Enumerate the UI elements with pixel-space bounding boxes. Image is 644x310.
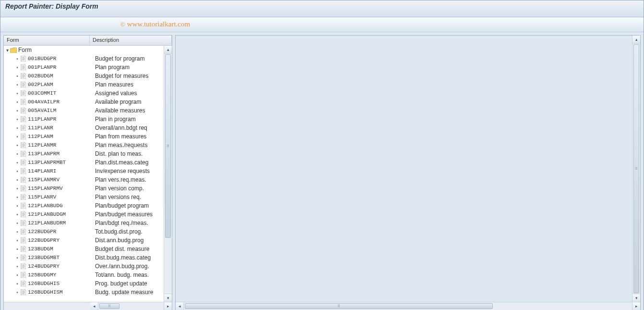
bullet-icon: • [15,82,19,87]
item-description: Plan meas./requests [95,142,164,149]
hscroll-spacer [4,302,90,310]
item-form: 111PLANPR [28,116,95,122]
app-window: Report Painter: Display Form © www.tutor… [0,0,644,310]
tree-item[interactable]: •121PLANBUDRMPlan/bdgt req./meas. [4,219,164,227]
scroll-down-button[interactable]: ▾ [164,294,172,302]
item-form: 114PLANRI [28,168,95,174]
scroll-down-button[interactable]: ▾ [632,294,640,302]
tree-item[interactable]: •112PLANMRPlan meas./requests [4,141,164,149]
document-icon [19,108,27,113]
item-description: Plan version comp. [95,185,164,192]
bullet-icon: • [15,273,19,278]
tree-item[interactable]: •002PLANMPlan measures [4,80,164,89]
item-description: Overall/ann.bdgt req [95,124,164,131]
hscroll-track[interactable]: ⠿ [98,302,164,310]
bullet-icon: • [15,195,19,200]
tree-item[interactable]: •111PLANPRPlan in program [4,115,164,124]
item-description: Plan.dist.meas.categ [95,159,164,166]
document-icon [19,263,27,269]
item-description: Tot.budg.dist.prog. [95,228,164,235]
hscroll-track[interactable]: ⠿ [184,302,632,310]
tree-root[interactable]: ▾ Form [4,46,164,54]
scroll-right-button[interactable]: ▸ [164,302,172,310]
tree-item[interactable]: •001PLANPRPlan program [4,63,164,72]
tree-panel: Form Description ▾ Form [3,35,172,310]
bullet-icon: • [15,151,19,157]
tree-item[interactable]: •126BUDGHISMBudg. update measure [4,288,164,297]
splitter: Form Description ▾ Form [3,35,641,310]
item-description: Prog. budget update [95,280,164,287]
item-form: 126BUDGHISM [28,289,95,295]
tree-item[interactable]: •121PLANBUDGMPlan/budget measures [4,210,164,219]
item-description: Inv/expense requests [95,168,164,174]
tree-scroll[interactable]: ▾ Form •001BUDGPRBudget for program•001P… [4,46,164,302]
column-description[interactable]: Description [90,36,172,45]
item-form: 002PLANM [28,82,95,87]
bullet-icon: • [15,160,19,165]
item-form: 003COMMIT [28,90,95,96]
scroll-right-button[interactable]: ▸ [632,302,640,310]
item-form: 004AVAILPR [28,99,95,105]
item-description: Plan/budget program [95,202,164,209]
tree-horizontal-scrollbar[interactable]: ◂ ⠿ ▸ [4,302,172,310]
bullet-icon: • [15,125,19,131]
bullet-icon: • [15,281,19,286]
tree-item[interactable]: •004AVAILPRAvailable program [4,98,164,106]
hscroll-thumb[interactable]: ⠿ [185,303,493,309]
right-pane: ▴ ⠿ ▾ ◂ ⠿ ▸ [175,35,641,310]
tree-item[interactable]: •115PLANPRMVPlan version comp. [4,184,164,193]
tree-item[interactable]: •005AVAILMAvailable measures [4,106,164,115]
document-icon [19,142,27,148]
tree-item[interactable]: •125BUDGMYTot/ann. budg. meas. [4,271,164,279]
tree-item[interactable]: •123BUDGMBTDist.budg.meas.categ [4,253,164,262]
item-description: Dist.budg.meas.categ [95,254,164,261]
scroll-left-button[interactable]: ◂ [90,302,98,310]
expand-icon[interactable]: ▾ [5,48,10,53]
scroll-thumb[interactable]: ⠿ [633,44,639,293]
document-icon [19,90,27,96]
tree-item[interactable]: •122BUDGPRYDist.ann.budg.prog [4,236,164,245]
tree-item[interactable]: •113PLANPRMDist. plan to meas. [4,149,164,158]
column-form[interactable]: Form [4,36,90,45]
tree-item[interactable]: •126BUDGHISProg. budget update [4,279,164,288]
item-description: Available program [95,99,164,105]
work-area: Form Description ▾ Form [0,32,644,310]
tree-item[interactable]: •121PLANBUDGPlan/budget program [4,201,164,210]
tree-item[interactable]: •003COMMITAssigned values [4,89,164,98]
content-vertical-scrollbar[interactable]: ▴ ⠿ ▾ [632,36,640,302]
bullet-icon: • [15,99,19,105]
bullet-icon: • [15,247,19,252]
copyright-symbol: © [120,21,125,28]
document-icon [19,194,27,200]
tree-item[interactable]: •122BUDGPRTot.budg.dist.prog. [4,227,164,236]
tree-vertical-scrollbar[interactable]: ▴ ⠿ ▾ [164,46,172,302]
bullet-icon: • [15,264,19,269]
window-title: Report Painter: Display Form [5,2,98,10]
item-form: 125BUDGMY [28,272,95,278]
tree-item[interactable]: •001BUDGPRBudget for program [4,54,164,63]
item-description: Over./ann.budg.prog. [95,263,164,270]
content-horizontal-scrollbar[interactable]: ◂ ⠿ ▸ [176,302,640,310]
hscroll-thumb[interactable]: ⠿ [99,303,119,309]
tree-item[interactable]: •114PLANRIInv/expense requests [4,167,164,175]
document-icon [19,272,27,278]
item-description: Plan vers.req.meas. [95,176,164,183]
item-form: 123BUDGM [28,246,95,252]
tree-item[interactable]: •111PLANROverall/ann.bdgt req [4,124,164,132]
tree-item[interactable]: •124BUDGPRYOver./ann.budg.prog. [4,262,164,271]
scroll-left-button[interactable]: ◂ [176,302,184,310]
scroll-up-button[interactable]: ▴ [164,46,172,54]
bullet-icon: • [15,143,19,148]
scroll-up-button[interactable]: ▴ [632,36,640,44]
tree-item[interactable]: •123BUDGMBudget dist. measure [4,245,164,253]
folder-icon [10,48,17,53]
item-description: Plan from measures [95,133,164,140]
tree-item[interactable]: •113PLANPRMBTPlan.dist.meas.categ [4,158,164,167]
bullet-icon: • [15,255,19,260]
tree-item[interactable]: •115PLANRVPlan versions req. [4,193,164,201]
document-icon [19,134,27,139]
tree-item[interactable]: •002BUDGMBudget for measures [4,72,164,80]
tree-item[interactable]: •112PLANMPlan from measures [4,132,164,141]
tree-item[interactable]: •115PLANMRVPlan vers.req.meas. [4,175,164,184]
scroll-thumb[interactable]: ⠿ [165,54,171,238]
